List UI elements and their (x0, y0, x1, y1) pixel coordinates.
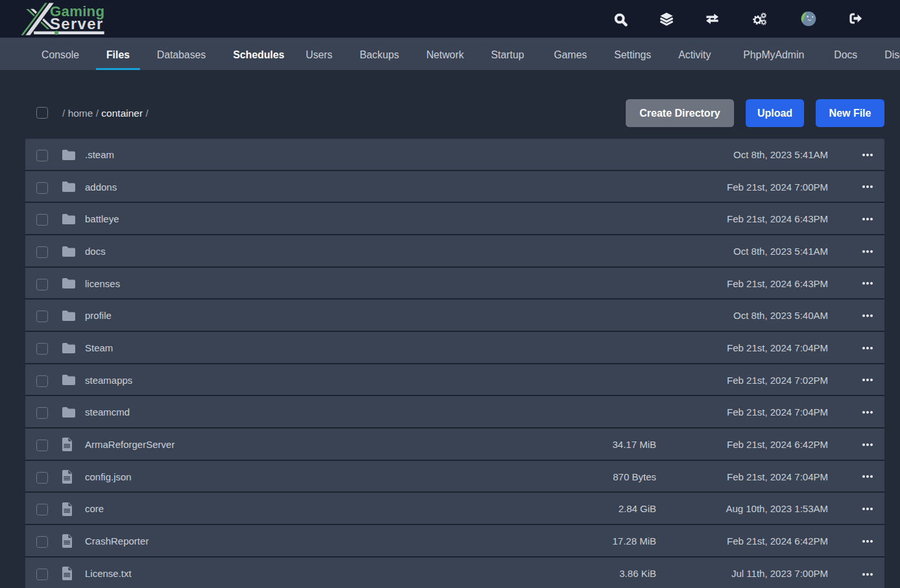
svg-text:Server: Server (50, 15, 104, 32)
